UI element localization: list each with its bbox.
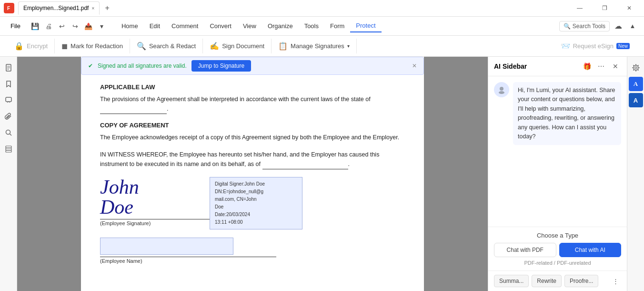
svg-line-8	[10, 134, 11, 136]
right-panel-ai-icon[interactable]: A	[629, 77, 643, 91]
sign-icon: ✍	[210, 42, 219, 51]
request-esign-button[interactable]: 📨 Request eSign New	[554, 39, 636, 53]
sign-document-button[interactable]: ✍ Sign Document	[203, 39, 272, 53]
sig-info-line4: Doe	[215, 203, 297, 211]
app-icon: F	[4, 3, 14, 13]
menu-convert[interactable]: Convert	[204, 20, 237, 32]
ai-greeting-message: Hi, I'm Lumi, your AI assistant. Share y…	[513, 82, 621, 145]
ai-gift-icon[interactable]: 🎁	[581, 61, 593, 72]
print-icon[interactable]: 🖨	[42, 20, 55, 32]
section1-paragraph: The provisions of the Agreement shall be…	[100, 94, 405, 114]
close-button[interactable]: ✕	[618, 0, 640, 17]
menu-form[interactable]: Form	[324, 20, 350, 32]
lock-icon: 🔒	[14, 42, 24, 51]
employee-name-box	[100, 238, 233, 255]
signature-image: JohnDoe	[100, 177, 139, 217]
sidebar-layers-icon[interactable]	[1, 142, 16, 156]
blank-field-2	[262, 159, 348, 169]
window-controls: — ❐ ✕	[569, 0, 640, 17]
left-sidebar	[0, 57, 17, 291]
encrypt-label: Encrypt	[27, 42, 48, 50]
chat-with-pdf-button[interactable]: Chat with PDF	[494, 243, 556, 257]
quick-access-icons: 💾 🖨 ↩ ↪ 📤 ▾	[29, 20, 108, 32]
sidebar-comments-icon[interactable]	[1, 93, 16, 107]
restore-button[interactable]: ❐	[594, 0, 615, 17]
ai-close-icon[interactable]: ✕	[610, 61, 621, 72]
section3-paragraph: IN WITNESS WHEREOF, the Employee has her…	[100, 150, 405, 169]
search-redact-button[interactable]: 🔍 Search & Redact	[130, 39, 203, 53]
sig-info-line1: Digital Signer:John Doe	[215, 180, 297, 188]
search-icon: 🔍	[564, 23, 571, 30]
save-icon[interactable]: 💾	[29, 20, 41, 32]
ai-sidebar-header: AI Sidebar 🎁 ⋯ ✕	[488, 57, 627, 76]
sidebar-bookmarks-icon[interactable]	[1, 77, 16, 91]
request-esign-label: Request eSign	[573, 42, 614, 50]
cloud-save-icon[interactable]: ☁	[612, 20, 625, 33]
dropdown-arrow-icon: ▾	[347, 43, 350, 49]
svg-text:F: F	[7, 6, 10, 11]
active-tab[interactable]: Employmen...Signed1.pdf ×	[18, 1, 100, 15]
svg-point-13	[499, 91, 504, 94]
manage-signatures-button[interactable]: 📋 Manage Signatures ▾	[272, 39, 357, 53]
menu-edit[interactable]: Edit	[144, 20, 166, 32]
section1-heading: APPLICABLE LAW	[100, 83, 405, 91]
section2-heading: COPY OF AGREEMENT	[100, 122, 405, 129]
signature-valid-text: Signed and all signatures are valid.	[98, 62, 187, 69]
search-redact-label: Search & Redact	[149, 42, 196, 50]
sidebar-pages-icon[interactable]	[1, 61, 16, 75]
menu-protect[interactable]: Protect	[350, 20, 381, 32]
sig-info-line3: mail.com, CN=John	[215, 196, 297, 203]
section2-paragraph: The Employee acknowledges receipt of a c…	[100, 133, 405, 142]
ai-type-section: Choose a Type Chat with PDF Chat with AI…	[488, 227, 627, 270]
right-panel-ms-icon[interactable]: A	[629, 93, 643, 107]
ai-type-buttons: Chat with PDF Chat with AI	[494, 243, 621, 257]
menu-view[interactable]: View	[237, 20, 262, 32]
svg-point-12	[500, 87, 503, 91]
sidebar-attachments-icon[interactable]	[1, 109, 16, 124]
share-icon[interactable]: 📤	[82, 20, 95, 32]
rewrite-button[interactable]: Rewrite	[532, 275, 562, 287]
sidebar-search-icon[interactable]	[1, 125, 16, 140]
search-tools-button[interactable]: 🔍 Search Tools	[559, 21, 610, 31]
encrypt-button[interactable]: 🔒 Encrypt	[8, 39, 55, 53]
new-tab-button[interactable]: +	[101, 2, 113, 14]
ai-choose-type-label: Choose a Type	[494, 232, 621, 239]
svg-rect-9	[6, 146, 11, 148]
menu-tools[interactable]: Tools	[299, 20, 324, 32]
summarize-button[interactable]: Summa...	[494, 275, 529, 287]
proofread-button[interactable]: Proofre...	[564, 275, 598, 287]
signature-banner: ✔ Signed and all signatures are valid. J…	[81, 57, 424, 75]
toolbar-expand-icon[interactable]: ▲	[627, 21, 638, 32]
mark-redaction-button[interactable]: ◼ Mark for Redaction	[55, 39, 130, 53]
sig-info-line2: DN:E=johndoe_null@g	[215, 188, 297, 196]
ai-more-icon[interactable]: ⋯	[595, 61, 607, 72]
search-redact-icon: 🔍	[137, 42, 146, 51]
pdf-content: APPLICABLE LAW The provisions of the Agr…	[100, 83, 405, 264]
menu-organize[interactable]: Organize	[262, 20, 299, 32]
menu-home[interactable]: Home	[116, 20, 144, 32]
tab-close-button[interactable]: ×	[91, 6, 94, 11]
svg-rect-10	[6, 148, 11, 150]
redo-icon[interactable]: ↪	[69, 20, 81, 32]
signature-block: JohnDoe Digital Signer:John Doe DN:E=joh…	[100, 177, 405, 226]
svg-rect-6	[6, 97, 11, 102]
dropdown-icon[interactable]: ▾	[96, 20, 108, 32]
menu-items: Home Edit Comment Convert View Organize …	[116, 20, 382, 32]
employee-name-label: (Employee Name)	[100, 258, 405, 264]
more-qa-button[interactable]: ⋮	[610, 275, 621, 287]
employee-name-line	[100, 257, 276, 257]
right-panel-settings-icon[interactable]	[629, 61, 643, 75]
search-tools-label: Search Tools	[573, 23, 605, 30]
menu-file[interactable]: File	[6, 21, 25, 31]
checkmark-icon: ✔	[88, 62, 93, 69]
ai-body: Hi, I'm Lumi, your AI assistant. Share y…	[488, 76, 627, 227]
ai-type-description: PDF-related / PDF-unrelated	[494, 260, 621, 266]
undo-icon[interactable]: ↩	[56, 20, 68, 32]
minimize-button[interactable]: —	[569, 0, 591, 17]
chat-with-ai-button[interactable]: Chat with AI	[559, 243, 622, 257]
sig-info-line5: Date:20/03/2024	[215, 211, 297, 218]
signature-banner-close[interactable]: ✕	[412, 62, 417, 69]
jump-to-signature-button[interactable]: Jump to Signature	[191, 60, 251, 72]
menu-comment[interactable]: Comment	[166, 20, 204, 32]
titlebar: F Employmen...Signed1.pdf × + — ❐ ✕	[0, 0, 644, 17]
